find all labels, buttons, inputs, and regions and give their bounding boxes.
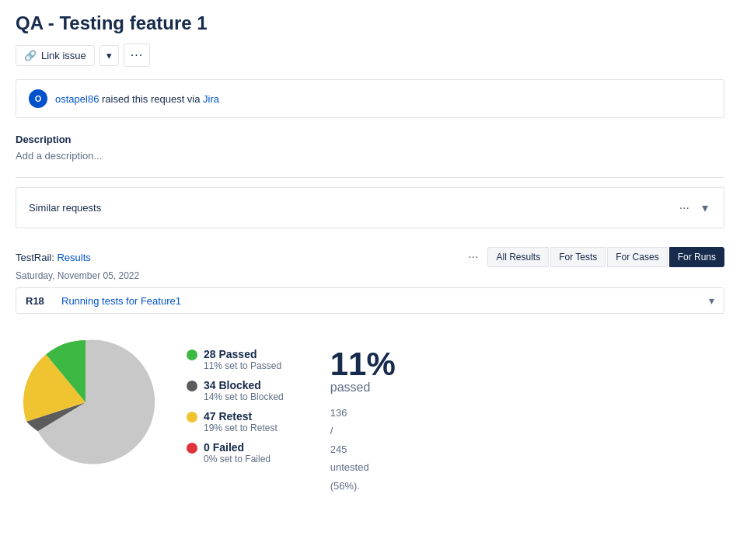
stat-line5: (56%). [330,480,360,492]
summary-stats: 11% passed 136 / 245 untested (56%). [330,332,396,495]
similar-requests-expand-button[interactable]: ▾ [699,199,711,217]
avatar: O [29,89,47,108]
failed-dot [187,443,197,454]
link-icon: 🔗 [24,50,37,61]
page-container: QA - Testing feature 1 🔗 Link issue ▾ ··… [0,0,740,517]
testrail-header: TestRail: Results ··· All Results For Te… [16,247,724,267]
similar-requests-title: Similar requests [29,202,101,214]
testrail-more-button[interactable]: ··· [465,249,481,266]
description-section: Description Add a description... [16,134,724,162]
stat-line1: 136 [330,407,347,419]
passed-pct: 11% set to Passed [204,360,281,371]
platform-link[interactable]: Jira [203,93,219,105]
stat-details: 136 / 245 untested (56%). [330,404,396,495]
filter-tabs: All Results For Tests For Cases For Runs [487,247,724,267]
stat-line2: / [330,425,333,437]
legend-item-retest: 47 Retest 19% set to Retest [187,410,284,433]
passed-dot [187,350,197,360]
retest-count: 47 Retest [204,410,278,423]
failed-count: 0 Failed [204,441,271,454]
legend-container: 28 Passed 11% set to Passed 34 Blocked 1… [187,332,284,464]
results-container: 28 Passed 11% set to Passed 34 Blocked 1… [16,323,724,504]
link-issue-label: Link issue [41,50,86,61]
blocked-count: 34 Blocked [204,379,284,391]
run-expand-icon: ▾ [709,294,714,307]
blocked-dot [187,381,197,391]
chevron-down-icon: ▾ [106,50,112,61]
retest-dot [187,412,197,423]
link-issue-button[interactable]: 🔗 Link issue [16,45,95,66]
legend-item-failed: 0 Failed 0% set to Failed [187,441,284,464]
run-row: R18 Running tests for Feature1 ▾ [16,287,724,314]
testrail-title: TestRail: Results [16,251,91,263]
stat-percent: 11% [330,348,396,381]
filter-tab-for-tests[interactable]: For Tests [550,247,606,267]
filter-tab-all-results[interactable]: All Results [487,247,549,267]
filter-tab-for-runs[interactable]: For Runs [669,247,724,267]
testrail-results-link[interactable]: Results [57,252,90,263]
legend-item-blocked: 34 Blocked 14% set to Blocked [187,379,284,402]
link-issue-dropdown-button[interactable]: ▾ [99,45,119,66]
testrail-date: Saturday, November 05, 2022 [16,270,724,281]
user-link[interactable]: ostapel86 [55,93,99,105]
pie-chart [16,332,155,472]
failed-pct: 0% set to Failed [204,454,271,464]
info-banner-text: ostapel86 raised this request via Jira [55,93,219,105]
stat-line4: untested [330,461,369,473]
similar-requests-more-button[interactable]: ··· [676,200,693,217]
testrail-section: TestRail: Results ··· All Results For Te… [16,247,724,504]
similar-requests-panel: Similar requests ··· ▾ [16,187,724,228]
stat-line3: 245 [330,443,347,455]
divider-1 [16,177,724,178]
run-id: R18 [26,295,54,307]
add-description-prompt[interactable]: Add a description... [16,150,724,162]
description-label: Description [16,134,724,145]
blocked-pct: 14% set to Blocked [204,391,284,402]
toolbar: 🔗 Link issue ▾ ··· [16,43,724,67]
retest-pct: 19% set to Retest [204,423,278,433]
stat-label: passed [330,381,396,395]
testrail-label: TestRail: [16,252,54,263]
page-title: QA - Testing feature 1 [16,12,724,34]
info-banner-action: raised this request via [102,93,203,105]
more-options-button[interactable]: ··· [124,43,150,67]
run-name-link[interactable]: Running tests for Feature1 [61,295,701,307]
similar-requests-actions: ··· ▾ [676,199,711,217]
legend-item-passed: 28 Passed 11% set to Passed [187,348,284,371]
filter-tab-for-cases[interactable]: For Cases [607,247,667,267]
info-banner: O ostapel86 raised this request via Jira [16,79,724,118]
passed-count: 28 Passed [204,348,281,360]
